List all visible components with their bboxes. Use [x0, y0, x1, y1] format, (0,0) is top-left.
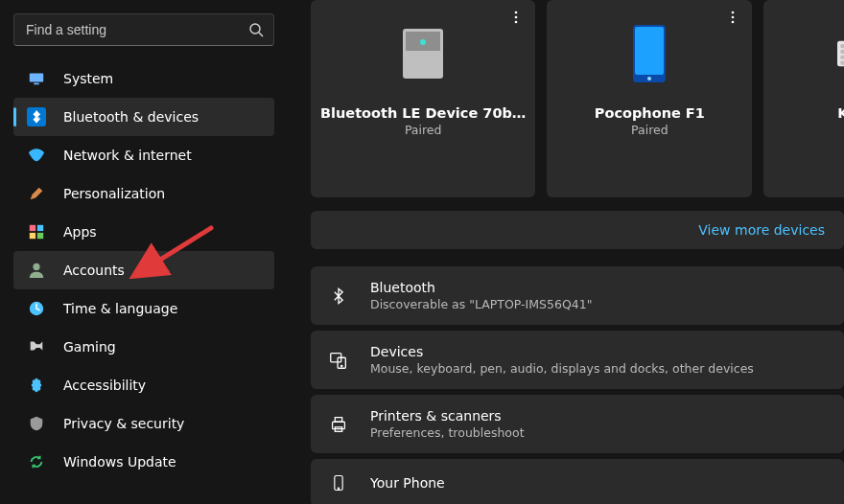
- row-subtitle: Preferences, troubleshoot: [370, 425, 525, 440]
- row-title: Printers & scanners: [370, 408, 525, 424]
- view-more-devices[interactable]: View more devices: [311, 211, 844, 249]
- sidebar-item-windows-update[interactable]: Windows Update: [13, 443, 274, 481]
- phone-icon: [328, 472, 349, 493]
- sidebar-item-label: Personalization: [63, 186, 165, 201]
- row-text: BluetoothDiscoverable as "LAPTOP-IMS56Q4…: [370, 280, 592, 311]
- svg-point-60: [341, 365, 342, 366]
- svg-point-15: [420, 39, 426, 45]
- device-thumb: [837, 25, 844, 82]
- sidebar-item-personalization[interactable]: Personalization: [13, 174, 274, 213]
- sidebar-item-accessibility[interactable]: Accessibility: [13, 366, 274, 404]
- sidebar-item-time-language[interactable]: Time & language: [13, 289, 274, 328]
- sidebar-item-label: Gaming: [63, 339, 116, 355]
- accessibility-icon: [27, 376, 46, 395]
- svg-rect-61: [333, 422, 345, 428]
- sidebar-item-system[interactable]: System: [13, 59, 274, 98]
- update-icon: [27, 452, 46, 471]
- device-card[interactable]: Pocophone F1Paired: [547, 0, 752, 197]
- svg-point-12: [515, 21, 518, 24]
- sidebar-item-bluetooth-devices[interactable]: Bluetooth & devices: [13, 98, 274, 136]
- monitor-icon: [27, 69, 46, 88]
- setting-row-bluetooth[interactable]: BluetoothDiscoverable as "LAPTOP-IMS56Q4…: [311, 266, 844, 325]
- devices-icon: [328, 350, 349, 371]
- device-cards-row: Bluetooth LE Device 70b…PairedPocophone …: [311, 0, 844, 197]
- svg-rect-4: [30, 225, 35, 231]
- svg-point-17: [732, 16, 735, 19]
- shield-icon: [27, 414, 46, 433]
- sidebar-item-apps[interactable]: Apps: [13, 213, 274, 251]
- svg-point-16: [732, 11, 735, 14]
- row-subtitle: Mouse, keyboard, pen, audio, displays an…: [370, 361, 754, 376]
- svg-point-10: [515, 11, 518, 14]
- setting-row-phone[interactable]: Your Phone: [311, 459, 844, 504]
- device-name: Pocophone F1: [547, 105, 752, 121]
- svg-rect-6: [30, 233, 35, 239]
- row-subtitle: Discoverable as "LAPTOP-IMS56Q41": [370, 297, 592, 311]
- row-text: Your Phone: [370, 475, 445, 491]
- sidebar-item-label: Windows Update: [63, 454, 176, 470]
- sidebar-item-label: Network & internet: [63, 148, 192, 163]
- svg-point-21: [647, 77, 651, 80]
- sidebar-item-label: Accounts: [63, 263, 125, 278]
- sidebar-item-label: Accessibility: [63, 378, 146, 393]
- sidebar-item-privacy-security[interactable]: Privacy & security: [13, 404, 274, 443]
- svg-rect-7: [37, 233, 43, 239]
- sidebar-nav: SystemBluetooth & devicesNetwork & inter…: [13, 59, 274, 481]
- svg-rect-3: [34, 83, 38, 85]
- sidebar-item-label: Apps: [63, 224, 97, 240]
- device-more-button[interactable]: [721, 6, 744, 29]
- setting-row-printers[interactable]: Printers & scannersPreferences, troubles…: [311, 395, 844, 453]
- bluetooth-icon: [27, 107, 46, 126]
- search-box[interactable]: [13, 13, 274, 46]
- sidebar-item-label: System: [63, 71, 113, 86]
- svg-rect-62: [335, 417, 341, 422]
- sidebar-item-accounts[interactable]: Accounts: [13, 251, 274, 289]
- device-card[interactable]: KeyboaCon: [763, 0, 844, 197]
- row-title: Your Phone: [370, 475, 445, 491]
- bluetooth-icon: [328, 286, 349, 307]
- setting-row-devices[interactable]: DevicesMouse, keyboard, pen, audio, disp…: [311, 331, 844, 389]
- apps-icon: [27, 222, 46, 241]
- device-more-button[interactable]: [504, 6, 528, 29]
- svg-point-8: [33, 263, 39, 270]
- device-thumb: [394, 25, 452, 82]
- device-status: Paired: [631, 123, 668, 137]
- svg-point-0: [250, 24, 260, 34]
- svg-line-1: [259, 33, 263, 36]
- sidebar-item-network-internet[interactable]: Network & internet: [13, 136, 274, 174]
- view-more-label: View more devices: [698, 222, 825, 238]
- sidebar-item-label: Bluetooth & devices: [63, 109, 199, 125]
- row-text: Printers & scannersPreferences, troubles…: [370, 408, 525, 440]
- device-name: Keyboa: [763, 105, 844, 121]
- settings-rows: BluetoothDiscoverable as "LAPTOP-IMS56Q4…: [311, 266, 844, 504]
- search-icon: [248, 22, 264, 37]
- more-vertical-icon: [509, 11, 523, 24]
- main-content: Bluetooth LE Device 70b…PairedPocophone …: [288, 0, 844, 504]
- more-vertical-icon: [726, 11, 739, 24]
- sidebar: SystemBluetooth & devicesNetwork & inter…: [0, 0, 288, 504]
- device-thumb: [621, 25, 678, 82]
- svg-rect-2: [30, 74, 43, 82]
- brush-icon: [27, 184, 46, 203]
- svg-point-11: [515, 16, 518, 19]
- row-text: DevicesMouse, keyboard, pen, audio, disp…: [370, 344, 754, 376]
- device-card[interactable]: Bluetooth LE Device 70b…Paired: [311, 0, 535, 197]
- svg-rect-5: [37, 225, 43, 231]
- accent-bar: [13, 107, 16, 126]
- svg-rect-20: [635, 27, 664, 75]
- sidebar-item-label: Privacy & security: [63, 416, 184, 431]
- row-title: Bluetooth: [370, 280, 592, 295]
- printer-icon: [328, 414, 349, 435]
- gamepad-icon: [27, 337, 46, 356]
- sidebar-item-gaming[interactable]: Gaming: [13, 328, 274, 366]
- sidebar-item-label: Time & language: [63, 301, 177, 316]
- device-status: Paired: [405, 123, 442, 137]
- wifi-icon: [27, 146, 46, 165]
- person-icon: [27, 261, 46, 280]
- device-name: Bluetooth LE Device 70b…: [311, 105, 535, 121]
- clock-icon: [27, 299, 46, 318]
- svg-point-18: [732, 21, 735, 24]
- search-input[interactable]: [24, 21, 239, 38]
- row-title: Devices: [370, 344, 754, 359]
- svg-point-65: [338, 488, 339, 489]
